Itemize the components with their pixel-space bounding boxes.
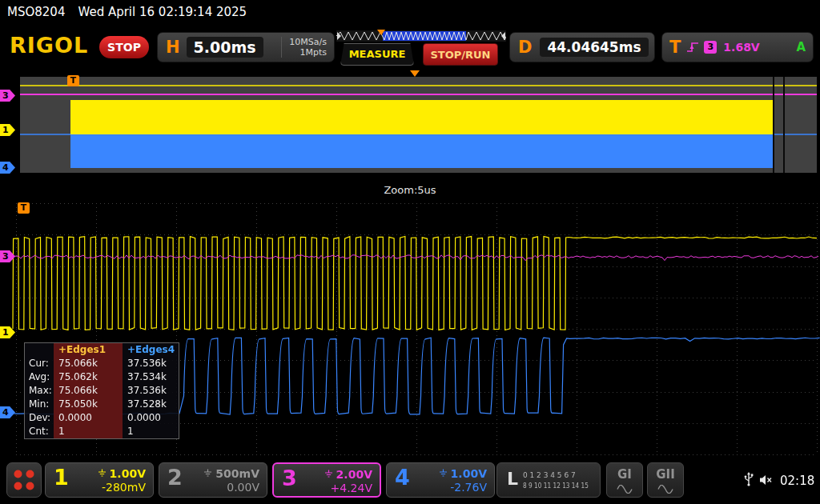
title-bar: MSO8204Wed April 16 02:19:14 2025 <box>0 0 820 24</box>
home-menu-button[interactable] <box>6 462 42 498</box>
measure-button[interactable]: MEASURE <box>340 43 414 66</box>
horizontal-label: H <box>166 38 180 57</box>
ground-coupling-icon <box>98 466 107 481</box>
stats-col2-header: +Edges4 <box>123 343 179 357</box>
usb-icon <box>743 471 754 490</box>
overview-waveform-canvas[interactable] <box>20 77 817 173</box>
channel-3-scale: 2.00V <box>336 467 372 482</box>
system-clock: 02:18 <box>780 474 814 488</box>
trigger-slope-icon <box>686 39 699 55</box>
trigger-sweep-mode: A <box>796 40 806 54</box>
channel-3-box[interactable]: 3 2.00V +4.24V <box>272 462 381 498</box>
channel-4-box[interactable]: 4 1.00V -2.76V <box>386 462 495 498</box>
trigger-position-marker-overview <box>410 70 420 77</box>
model-name: MSO8204 <box>7 5 65 19</box>
oscilloscope-screen: MSO8204Wed April 16 02:19:14 2025 RIGOL … <box>0 0 820 504</box>
stats-row-avg: Avg: 75.062k 37.534k <box>25 370 179 384</box>
acquisition-info: 10MSa/s 1Mpts <box>281 37 327 58</box>
stat-value: 75.066k <box>54 384 123 398</box>
stats-row-min: Min: 75.050k 37.528k <box>25 398 179 411</box>
channel-2-offset: 0.00V <box>203 481 259 494</box>
stat-value: 0.0000 <box>123 411 179 425</box>
stat-value: 37.536k <box>123 357 179 370</box>
trigger-level-value: 1.68V <box>723 41 759 54</box>
stat-value: 75.050k <box>54 398 123 411</box>
trigger-menu-button[interactable]: T 3 1.68V A <box>661 32 814 62</box>
bottom-status-bar: 1 1.00V -280mV 2 500mV 0.00V 3 <box>0 458 820 504</box>
channel-4-scale: 1.00V <box>451 466 487 481</box>
logic-label: L <box>507 469 518 489</box>
trigger-marker-tab-zoom[interactable]: T <box>18 202 30 214</box>
stat-value: 37.528k <box>123 398 179 411</box>
channel-4-offset: -2.76V <box>439 481 487 494</box>
stat-label: Min: <box>25 398 54 411</box>
delay-menu-button[interactable]: D 44.04645ms <box>509 32 655 62</box>
channel-1-position-tab-overview[interactable]: 1 <box>0 124 15 136</box>
trigger-marker-tab-overview[interactable]: T <box>67 75 79 86</box>
date-time: Wed April 16 02:19:14 2025 <box>78 5 247 19</box>
memory-position-bar <box>336 30 506 42</box>
stat-label: Cnt: <box>25 425 54 438</box>
measurement-stats-panel[interactable]: +Edges1 +Edges4 Cur: 75.066k 37.536k Avg… <box>24 342 179 439</box>
stat-value: 75.066k <box>54 357 123 370</box>
timebase-value: 5.00ms <box>187 37 263 58</box>
stat-value: 1 <box>123 425 179 438</box>
zoom-waveform-area: T 3 1 4 +Edges1 +Edges4 Cur: 75.066k 37.… <box>0 200 820 458</box>
delay-label: D <box>518 38 532 57</box>
trigger-label: T <box>669 38 681 57</box>
generator-2-button[interactable]: GII <box>647 462 684 498</box>
stat-value: 75.062k <box>54 370 123 384</box>
header-bar: RIGOL STOP H 5.00ms 10MSa/s 1Mpts MEASUR… <box>0 24 820 70</box>
stop-run-button[interactable]: STOP/RUN <box>423 43 498 66</box>
channel-2-box[interactable]: 2 500mV 0.00V <box>159 462 267 498</box>
stat-value: 0.0000 <box>54 411 123 425</box>
stat-label: Cur: <box>25 357 54 370</box>
stats-col1-header: +Edges1 <box>54 343 123 357</box>
channel-1-number: 1 <box>54 465 69 490</box>
stat-label: Avg: <box>25 370 54 384</box>
channel-1-offset: -280mV <box>98 481 146 494</box>
stat-value: 1 <box>54 425 123 438</box>
waveform-overview: T 3 1 4 <box>0 70 820 186</box>
stat-value: 37.536k <box>123 384 179 398</box>
channel-3-number: 3 <box>282 466 297 490</box>
ground-coupling-icon <box>439 466 448 481</box>
rigol-logo: RIGOL <box>10 33 88 58</box>
stats-row-cur: Cur: 75.066k 37.536k <box>25 357 179 370</box>
sine-wave-icon <box>617 482 633 497</box>
zoom-window-label: Zoom:5us <box>0 184 820 200</box>
stat-label: Dev: <box>25 411 54 425</box>
horizontal-menu-button[interactable]: H 5.00ms 10MSa/s 1Mpts <box>157 32 335 62</box>
stat-label: Max: <box>25 384 54 398</box>
memory-depth: 1Mpts <box>299 47 327 58</box>
channel-2-number: 2 <box>167 465 183 490</box>
ground-coupling-icon <box>203 466 212 481</box>
trigger-source-badge: 3 <box>704 41 717 54</box>
stats-row-max: Max: 75.066k 37.536k <box>25 384 179 398</box>
stats-header-row: +Edges1 +Edges4 <box>25 343 179 357</box>
channel-3-offset: +4.24V <box>324 482 372 495</box>
digital-channel-numbers: 0 1 2 3 4 5 6 7 8 9 10 11 12 13 14 15 <box>523 470 594 491</box>
channel-3-position-tab-overview[interactable]: 3 <box>0 90 15 102</box>
channel-1-box[interactable]: 1 1.00V -280mV <box>45 462 154 498</box>
channel-4-position-tab-overview[interactable]: 4 <box>0 162 15 174</box>
ground-coupling-icon <box>324 467 333 482</box>
channel-4-number: 4 <box>395 465 410 490</box>
trigger-position-marker-memory <box>377 30 385 35</box>
sine-wave-icon <box>657 482 673 497</box>
channel-1-scale: 1.00V <box>110 466 146 481</box>
channel-2-scale: 500mV <box>215 466 259 481</box>
stats-row-cnt: Cnt: 1 1 <box>25 425 179 438</box>
speaker-muted-icon <box>759 474 773 489</box>
generator-1-button[interactable]: GI <box>606 462 643 498</box>
stat-value: 37.534k <box>123 370 179 384</box>
stats-row-dev: Dev: 0.0000 0.0000 <box>25 411 179 425</box>
rigol-menu-icon <box>14 470 34 490</box>
logic-analyzer-box[interactable]: L 0 1 2 3 4 5 6 7 8 9 10 11 12 13 14 15 <box>496 462 601 498</box>
run-state-badge: STOP <box>99 36 149 58</box>
delay-value: 44.04645ms <box>540 38 648 57</box>
sample-rate: 10MSa/s <box>289 37 327 47</box>
